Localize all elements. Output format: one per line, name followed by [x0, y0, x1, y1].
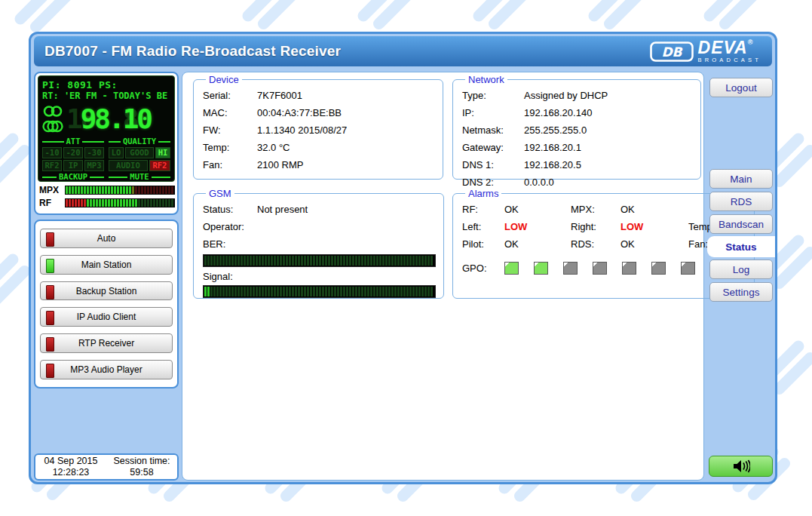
- station-button-label: RTP Receiver: [78, 338, 134, 349]
- tab-main[interactable]: Main: [709, 169, 773, 189]
- stereo-rings-icon: [42, 105, 65, 118]
- logo-subtitle: BROADCAST: [698, 57, 761, 63]
- session-time-label: Session time:: [106, 456, 177, 467]
- tab-status[interactable]: Status: [707, 236, 775, 257]
- alarms-grid: RF:OKMPX:OKLeft:LOWRight:LOWTemp:OKPilot…: [462, 201, 746, 253]
- station-button-main-station[interactable]: Main Station: [40, 255, 173, 275]
- station-button-mp3-audio-player[interactable]: MP3 Audio Player: [40, 360, 173, 379]
- deva-monogram-icon: DB: [650, 41, 694, 62]
- svg-text:DB: DB: [661, 45, 682, 60]
- rf-meter: [65, 198, 175, 207]
- lcd-panel: PI: 8091 PS: RT: 'ER FM - TODAY'S BE 188…: [34, 72, 179, 215]
- lcd-indicator-rf2: RF2: [149, 160, 170, 171]
- status-content-panel: Device Serial:7K7F6001MAC:00:04:A3:77:BE…: [182, 72, 704, 481]
- led-indicator-red: [46, 232, 54, 247]
- tab-bandscan[interactable]: Bandscan: [709, 214, 773, 234]
- lcd-screen: PI: 8091 PS: RT: 'ER FM - TODAY'S BE 188…: [38, 75, 175, 182]
- mpx-meter: [65, 186, 175, 195]
- gsm-legend: GSM: [206, 188, 234, 199]
- rds-rings-icon: [42, 119, 65, 134]
- datetime-box: 04 Sep 2015 12:28:23 Session time: 59:58: [34, 453, 179, 481]
- gpo-indicator-7-off: [681, 262, 695, 275]
- rf-meter-label: RF: [39, 198, 65, 208]
- device-legend: Device: [206, 74, 242, 85]
- audio-monitor-button[interactable]: [709, 456, 773, 477]
- frequency-value: 98.10: [66, 104, 151, 134]
- right-sidebar: Logout MainRDSBandscanStatusLogSettings: [707, 72, 775, 481]
- lcd-indicator-10: -10: [42, 147, 62, 158]
- gpo-indicator-6-off: [651, 262, 666, 275]
- session-time-value: 59:58: [106, 467, 177, 478]
- gpo-indicator-3-off: [563, 262, 578, 275]
- tab-rds[interactable]: RDS: [709, 192, 773, 211]
- alarms-legend: Alarms: [465, 188, 501, 199]
- mpx-meter-label: MPX: [39, 185, 65, 195]
- network-info-list: Type:Assigned by DHCPIP:192.168.20.140Ne…: [462, 87, 693, 191]
- station-button-rtp-receiver[interactable]: RTP Receiver: [40, 333, 173, 353]
- station-button-label: Main Station: [81, 260, 132, 270]
- lcd-indicator-30: -30: [84, 147, 104, 158]
- lcd-indicator-good: GOOD: [125, 147, 154, 158]
- frequency-display: 188.88 98.10: [66, 104, 170, 134]
- alarm-rds: OK: [620, 235, 688, 253]
- lcd-indicator-lo: LO: [109, 147, 124, 158]
- device-info-list: Serial:7K7F6001MAC:00:04:A3:77:BE:BBFW:1…: [203, 87, 435, 174]
- lcd-indicator-mp3: MP3: [84, 160, 104, 171]
- deva-logo: DB DEVA® BROADCAST: [650, 39, 761, 63]
- network-legend: Network: [465, 74, 507, 85]
- title-bar: DB7007 - FM Radio Re-Broadcast Receiver …: [34, 36, 772, 66]
- logout-button[interactable]: Logout: [709, 78, 773, 97]
- lcd-indicator-ip: IP: [63, 160, 83, 171]
- page-title: DB7007 - FM Radio Re-Broadcast Receiver: [44, 43, 341, 60]
- station-button-auto[interactable]: Auto: [40, 229, 173, 248]
- gsm-section: GSM Status:Not presentOperator:BER: Sign…: [193, 188, 444, 299]
- logo-name: DEVA: [698, 38, 748, 57]
- device-section: Device Serial:7K7F6001MAC:00:04:A3:77:BE…: [193, 74, 443, 180]
- app-window: DB7007 - FM Radio Re-Broadcast Receiver …: [29, 32, 777, 484]
- lcd-indicator-audio: AUDIO: [109, 160, 148, 171]
- current-date: 04 Sep 2015: [35, 456, 106, 467]
- led-indicator-red: [46, 337, 54, 352]
- gpo-indicator-5-off: [622, 262, 636, 275]
- lcd-indicator-20: -20: [63, 147, 83, 158]
- alarm-right: LOW: [620, 218, 688, 235]
- tab-settings[interactable]: Settings: [709, 282, 773, 302]
- station-button-label: Auto: [97, 233, 116, 244]
- gpo-indicator-1-on: [504, 262, 519, 275]
- gsm-ber-meter: [203, 254, 436, 267]
- station-button-label: Backup Station: [76, 286, 137, 296]
- station-button-label: MP3 Audio Player: [70, 364, 142, 375]
- gsm-info-list: Status:Not presentOperator:BER:: [203, 201, 436, 253]
- speaker-icon: [732, 459, 750, 473]
- gsm-signal-label: Signal:: [203, 269, 436, 284]
- gpo-indicator-2-on: [534, 262, 548, 275]
- station-button-backup-station[interactable]: Backup Station: [40, 281, 173, 301]
- station-buttons-panel: AutoMain StationBackup StationIP Audio C…: [34, 220, 179, 389]
- network-section: Network Type:Assigned by DHCPIP:192.168.…: [452, 74, 701, 180]
- alarm-mpx: OK: [620, 201, 688, 218]
- tab-log[interactable]: Log: [709, 260, 773, 279]
- gsm-signal-meter: [203, 285, 436, 298]
- lcd-pi-ps-line: PI: 8091 PS:: [42, 79, 170, 91]
- led-indicator-red: [46, 311, 54, 325]
- led-indicator-red: [46, 364, 54, 378]
- registered-mark: ®: [748, 38, 754, 46]
- led-indicator-red: [46, 285, 54, 299]
- lcd-quality-mute-group: QUALITYLOGOODHIAUDIORF2MUTE: [109, 137, 170, 181]
- gpo-indicator-4-off: [593, 262, 607, 275]
- lcd-radiotext-line: RT: 'ER FM - TODAY'S BE: [42, 91, 170, 102]
- lcd-indicator-hi: HI: [155, 147, 170, 158]
- current-time: 12:28:23: [35, 467, 106, 478]
- alarm-rf: OK: [504, 201, 571, 218]
- station-button-ip-audio-client[interactable]: IP Audio Client: [40, 307, 173, 327]
- gpo-label: GPO:: [462, 263, 504, 274]
- alarm-pilot: OK: [504, 235, 571, 253]
- station-button-label: IP Audio Client: [77, 312, 136, 322]
- gpo-indicators: [504, 262, 710, 275]
- led-indicator-green: [46, 259, 54, 273]
- lcd-att-backup-group: ATT-10-20-30RF2IPMP3BACKUP: [42, 137, 104, 181]
- alarm-left: LOW: [504, 218, 571, 235]
- lcd-indicator-rf2: RF2: [42, 160, 62, 171]
